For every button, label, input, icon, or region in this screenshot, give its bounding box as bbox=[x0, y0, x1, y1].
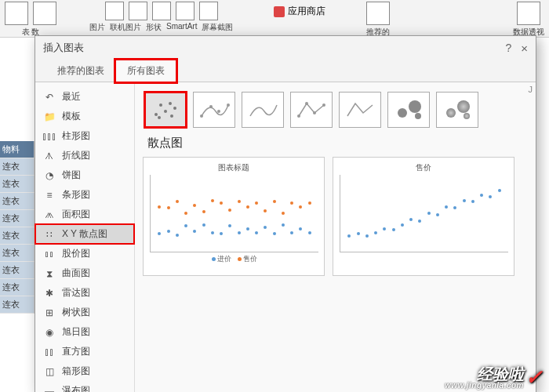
sidebar-item-3[interactable]: ⩚折线图 bbox=[35, 146, 134, 165]
preview1-legend: 进价 售价 bbox=[150, 254, 318, 264]
column-letter: J bbox=[529, 85, 533, 94]
bag-icon bbox=[274, 6, 285, 17]
chart-category-sidebar: ↶最近📁模板⫿⫿⫿柱形图⩚折线图◔饼图≡条形图⩕面积图∷X Y 散点图⫾⫾股价图… bbox=[35, 82, 135, 392]
sidebar-item-label: 条形图 bbox=[62, 188, 90, 201]
svg-point-2 bbox=[164, 110, 167, 113]
sidebar-item-6[interactable]: ⩕面积图 bbox=[35, 205, 134, 224]
sidebar-item-12[interactable]: ◉旭日图 bbox=[35, 322, 134, 342]
svg-point-8 bbox=[209, 105, 213, 108]
sidebar-item-icon: ≡ bbox=[43, 190, 56, 201]
sidebar-item-label: 树状图 bbox=[62, 306, 90, 319]
sheet-cell: 连衣 bbox=[0, 176, 35, 193]
preview1-title: 图表标题 bbox=[150, 162, 318, 173]
preview2-title: 售价 bbox=[340, 162, 507, 173]
legend-label-2: 售价 bbox=[243, 255, 257, 263]
sidebar-item-10[interactable]: ✱雷达图 bbox=[35, 283, 134, 303]
svg-point-11 bbox=[297, 114, 300, 118]
sheet-cell: 连衣 bbox=[0, 227, 35, 245]
ribbon-label-shape: 形状 bbox=[146, 22, 162, 33]
ribbon-icon-online-picture[interactable] bbox=[129, 2, 147, 20]
subtype-scatter[interactable] bbox=[144, 92, 187, 128]
svg-point-9 bbox=[217, 110, 220, 113]
subtype-bubble[interactable] bbox=[387, 92, 430, 128]
ribbon-icon-table[interactable] bbox=[5, 2, 28, 25]
svg-point-19 bbox=[457, 100, 470, 113]
dialog-close-button[interactable]: × bbox=[521, 42, 528, 55]
scatter-lines-markers-icon bbox=[296, 97, 327, 122]
ribbon-icon-recommended-chart[interactable] bbox=[366, 2, 390, 25]
svg-point-3 bbox=[169, 102, 172, 105]
sidebar-item-5[interactable]: ≡条形图 bbox=[35, 185, 134, 205]
sidebar-item-1[interactable]: 📁模板 bbox=[35, 107, 134, 126]
sheet-cell: 连衣 bbox=[0, 210, 35, 227]
tab-all-charts[interactable]: 所有图表 bbox=[115, 60, 176, 82]
ribbon-icon-shapes[interactable] bbox=[152, 2, 171, 20]
app-store-button[interactable]: 应用商店 bbox=[274, 5, 325, 18]
chart-preview-2[interactable]: 售价 bbox=[333, 157, 514, 276]
subtype-scatter-smooth[interactable] bbox=[242, 92, 284, 128]
sidebar-item-icon: ⫿⫿ bbox=[43, 347, 56, 358]
sidebar-item-label: 箱形图 bbox=[62, 365, 90, 378]
sidebar-item-0[interactable]: ↶最近 bbox=[35, 87, 134, 107]
check-icon: ✓ bbox=[525, 365, 543, 390]
sidebar-item-icon: ◫ bbox=[43, 366, 56, 377]
ribbon-icon-pivot[interactable] bbox=[33, 2, 56, 25]
chart-type-title: 散点图 bbox=[147, 136, 528, 151]
scatter-smooth-markers-icon bbox=[198, 97, 230, 122]
sheet-cell: 连衣 bbox=[0, 245, 35, 262]
sidebar-item-7[interactable]: ∷X Y 散点图 bbox=[35, 224, 134, 244]
subtype-scatter-lines[interactable] bbox=[339, 92, 381, 128]
legend-label-1: 进价 bbox=[217, 255, 231, 263]
sidebar-item-14[interactable]: ◫箱形图 bbox=[35, 361, 134, 381]
ribbon-label-smart: SmartArt bbox=[166, 22, 197, 33]
ribbon-icon-picture[interactable] bbox=[105, 2, 124, 20]
svg-point-13 bbox=[313, 111, 316, 114]
watermark-url: www.jingyanla.com bbox=[445, 382, 524, 390]
sidebar-item-11[interactable]: ⊞树状图 bbox=[35, 303, 134, 322]
ribbon: 表 数 图片 联机图片 形状 SmartArt 屏幕截图 应用商店 bbox=[0, 0, 549, 38]
svg-point-4 bbox=[173, 107, 176, 110]
sidebar-item-15[interactable]: ▬瀑布图 bbox=[35, 381, 134, 392]
tab-recommended[interactable]: 推荐的图表 bbox=[46, 60, 115, 82]
sidebar-item-label: 旭日图 bbox=[62, 325, 90, 339]
sidebar-item-8[interactable]: ⫾⫾股价图 bbox=[35, 244, 134, 263]
sidebar-item-icon: ⩕ bbox=[43, 209, 56, 220]
sidebar-item-icon: ◔ bbox=[43, 170, 56, 181]
dialog-help-button[interactable]: ? bbox=[505, 42, 511, 54]
sidebar-item-label: 瀑布图 bbox=[62, 384, 90, 392]
sheet-cell: 连衣 bbox=[0, 296, 35, 314]
sidebar-item-icon: ⩚ bbox=[43, 151, 56, 162]
sidebar-item-label: 折线图 bbox=[62, 149, 90, 162]
sidebar-item-label: 曲面图 bbox=[62, 267, 90, 280]
ribbon-icon-smartart[interactable] bbox=[176, 2, 195, 20]
sidebar-item-4[interactable]: ◔饼图 bbox=[35, 165, 134, 185]
app-store-label: 应用商店 bbox=[288, 5, 325, 18]
chart-preview-1[interactable]: 图表标题 进价 售价 bbox=[143, 157, 325, 276]
subtype-bubble-3d[interactable] bbox=[436, 92, 478, 128]
subtype-scatter-smooth-markers[interactable] bbox=[193, 92, 235, 128]
svg-point-6 bbox=[158, 116, 161, 119]
sidebar-item-label: 股价图 bbox=[62, 247, 90, 260]
sidebar-item-13[interactable]: ⫿⫿直方图 bbox=[35, 342, 134, 361]
ribbon-icon-pivot-table[interactable] bbox=[517, 2, 540, 25]
svg-point-0 bbox=[155, 113, 158, 116]
watermark-brand: 经验啦 bbox=[477, 366, 524, 382]
sidebar-item-icon: 📁 bbox=[43, 111, 56, 122]
sidebar-item-icon: ⊞ bbox=[43, 307, 56, 318]
sidebar-item-2[interactable]: ⫿⫿⫿柱形图 bbox=[35, 126, 134, 146]
ribbon-icon-screenshot[interactable] bbox=[199, 2, 218, 20]
scatter-icon bbox=[150, 97, 181, 122]
svg-point-1 bbox=[159, 103, 162, 107]
sidebar-item-label: X Y 散点图 bbox=[62, 227, 107, 241]
sidebar-item-icon: ⫿⫿⫿ bbox=[43, 131, 56, 142]
preview2-plot bbox=[340, 175, 508, 252]
bubble-icon bbox=[393, 97, 424, 122]
sidebar-item-icon: ⫾⫾ bbox=[43, 249, 56, 260]
subtype-scatter-lines-markers[interactable] bbox=[290, 92, 333, 128]
sidebar-item-label: 饼图 bbox=[62, 169, 81, 182]
sidebar-item-label: 柱形图 bbox=[62, 129, 90, 143]
svg-point-20 bbox=[464, 113, 470, 119]
sidebar-item-9[interactable]: ⧗曲面图 bbox=[35, 263, 134, 283]
ribbon-label-online: 联机图片 bbox=[110, 22, 141, 33]
sheet-cell: 连衣 bbox=[0, 279, 35, 296]
